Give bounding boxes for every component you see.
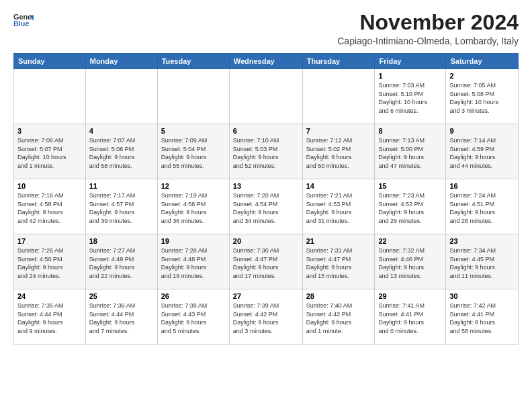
calendar-cell: 12Sunrise: 7:19 AM Sunset: 4:56 PM Dayli…: [157, 179, 229, 234]
calendar-week-row: 10Sunrise: 7:16 AM Sunset: 4:58 PM Dayli…: [14, 179, 519, 234]
day-info: Sunrise: 7:21 AM Sunset: 4:53 PM Dayligh…: [306, 191, 371, 225]
day-info: Sunrise: 7:13 AM Sunset: 5:00 PM Dayligh…: [378, 136, 442, 170]
calendar-cell: 14Sunrise: 7:21 AM Sunset: 4:53 PM Dayli…: [302, 179, 375, 234]
day-info: Sunrise: 7:09 AM Sunset: 5:04 PM Dayligh…: [161, 136, 226, 170]
day-info: Sunrise: 7:07 AM Sunset: 5:06 PM Dayligh…: [89, 136, 154, 170]
calendar-cell: 19Sunrise: 7:28 AM Sunset: 4:48 PM Dayli…: [157, 234, 229, 289]
calendar-cell: 22Sunrise: 7:32 AM Sunset: 4:46 PM Dayli…: [375, 234, 446, 289]
day-info: Sunrise: 7:23 AM Sunset: 4:52 PM Dayligh…: [378, 191, 442, 225]
weekday-header: Monday: [85, 54, 157, 69]
day-number: 9: [449, 127, 515, 135]
day-number: 15: [378, 182, 442, 190]
calendar-cell: 18Sunrise: 7:27 AM Sunset: 4:49 PM Dayli…: [85, 234, 157, 289]
day-number: 23: [449, 237, 515, 245]
day-info: Sunrise: 7:28 AM Sunset: 4:48 PM Dayligh…: [161, 246, 226, 280]
calendar-cell: 15Sunrise: 7:23 AM Sunset: 4:52 PM Dayli…: [375, 179, 446, 234]
day-number: 29: [378, 292, 442, 300]
day-number: 25: [89, 292, 154, 300]
day-info: Sunrise: 7:32 AM Sunset: 4:46 PM Dayligh…: [378, 246, 442, 280]
svg-text:Blue: Blue: [13, 19, 29, 28]
day-number: 11: [89, 182, 154, 190]
day-number: 10: [17, 182, 82, 190]
day-number: 24: [17, 292, 82, 300]
weekday-header: Tuesday: [157, 54, 229, 69]
weekday-header: Friday: [375, 54, 446, 69]
day-info: Sunrise: 7:12 AM Sunset: 5:02 PM Dayligh…: [306, 136, 371, 170]
day-number: 7: [306, 127, 371, 135]
day-info: Sunrise: 7:42 AM Sunset: 4:41 PM Dayligh…: [449, 302, 515, 335]
day-info: Sunrise: 7:17 AM Sunset: 4:57 PM Dayligh…: [89, 191, 154, 225]
calendar-cell: 10Sunrise: 7:16 AM Sunset: 4:58 PM Dayli…: [14, 179, 86, 234]
day-number: 14: [306, 182, 371, 190]
calendar-cell: 8Sunrise: 7:13 AM Sunset: 5:00 PM Daylig…: [375, 124, 446, 179]
month-title: November 2024: [337, 11, 519, 34]
day-info: Sunrise: 7:16 AM Sunset: 4:58 PM Dayligh…: [17, 191, 82, 225]
day-info: Sunrise: 7:27 AM Sunset: 4:49 PM Dayligh…: [89, 246, 154, 280]
calendar-table: SundayMondayTuesdayWednesdayThursdayFrid…: [13, 53, 519, 345]
day-info: Sunrise: 7:20 AM Sunset: 4:54 PM Dayligh…: [233, 191, 299, 225]
calendar-cell: 3Sunrise: 7:06 AM Sunset: 5:07 PM Daylig…: [14, 124, 86, 179]
day-info: Sunrise: 7:39 AM Sunset: 4:42 PM Dayligh…: [233, 302, 299, 335]
day-number: 22: [378, 237, 442, 245]
day-info: Sunrise: 7:30 AM Sunset: 4:47 PM Dayligh…: [233, 246, 299, 280]
day-number: 18: [89, 237, 154, 245]
calendar-cell: 13Sunrise: 7:20 AM Sunset: 4:54 PM Dayli…: [229, 179, 302, 234]
calendar-cell: [302, 69, 375, 124]
calendar-cell: 30Sunrise: 7:42 AM Sunset: 4:41 PM Dayli…: [446, 289, 519, 345]
day-number: 8: [378, 127, 442, 135]
day-info: Sunrise: 7:41 AM Sunset: 4:41 PM Dayligh…: [378, 302, 442, 335]
header: General Blue November 2024 Capiago-Intim…: [13, 11, 519, 46]
day-info: Sunrise: 7:06 AM Sunset: 5:07 PM Dayligh…: [17, 136, 82, 170]
day-number: 21: [306, 237, 371, 245]
calendar-header-row: SundayMondayTuesdayWednesdayThursdayFrid…: [14, 54, 519, 69]
calendar-week-row: 1Sunrise: 7:03 AM Sunset: 5:10 PM Daylig…: [14, 69, 519, 124]
day-number: 2: [449, 72, 515, 80]
calendar-cell: 28Sunrise: 7:40 AM Sunset: 4:42 PM Dayli…: [302, 289, 375, 345]
day-number: 30: [449, 292, 515, 300]
day-number: 19: [161, 237, 226, 245]
day-info: Sunrise: 7:10 AM Sunset: 5:03 PM Dayligh…: [233, 136, 299, 170]
day-number: 6: [233, 127, 299, 135]
page: General Blue November 2024 Capiago-Intim…: [0, 0, 532, 411]
day-info: Sunrise: 7:03 AM Sunset: 5:10 PM Dayligh…: [378, 81, 442, 115]
day-info: Sunrise: 7:05 AM Sunset: 5:08 PM Dayligh…: [449, 81, 515, 115]
calendar-cell: 11Sunrise: 7:17 AM Sunset: 4:57 PM Dayli…: [85, 179, 157, 234]
day-info: Sunrise: 7:14 AM Sunset: 4:59 PM Dayligh…: [449, 136, 515, 170]
calendar-cell: 4Sunrise: 7:07 AM Sunset: 5:06 PM Daylig…: [85, 124, 157, 179]
day-info: Sunrise: 7:38 AM Sunset: 4:43 PM Dayligh…: [161, 302, 226, 335]
calendar-week-row: 3Sunrise: 7:06 AM Sunset: 5:07 PM Daylig…: [14, 124, 519, 179]
calendar-cell: 17Sunrise: 7:26 AM Sunset: 4:50 PM Dayli…: [14, 234, 86, 289]
day-number: 17: [17, 237, 82, 245]
calendar-cell: 9Sunrise: 7:14 AM Sunset: 4:59 PM Daylig…: [446, 124, 519, 179]
day-number: 1: [378, 72, 442, 80]
day-number: 16: [449, 182, 515, 190]
day-number: 26: [161, 292, 226, 300]
calendar-cell: 24Sunrise: 7:35 AM Sunset: 4:44 PM Dayli…: [14, 289, 86, 345]
day-number: 12: [161, 182, 226, 190]
calendar-cell: 5Sunrise: 7:09 AM Sunset: 5:04 PM Daylig…: [157, 124, 229, 179]
day-info: Sunrise: 7:36 AM Sunset: 4:44 PM Dayligh…: [89, 302, 154, 335]
calendar-cell: 23Sunrise: 7:34 AM Sunset: 4:45 PM Dayli…: [446, 234, 519, 289]
day-number: 3: [17, 127, 82, 135]
day-info: Sunrise: 7:40 AM Sunset: 4:42 PM Dayligh…: [306, 302, 371, 335]
day-number: 4: [89, 127, 154, 135]
calendar-cell: 1Sunrise: 7:03 AM Sunset: 5:10 PM Daylig…: [375, 69, 446, 124]
calendar-cell: 27Sunrise: 7:39 AM Sunset: 4:42 PM Dayli…: [229, 289, 302, 345]
calendar-cell: 21Sunrise: 7:31 AM Sunset: 4:47 PM Dayli…: [302, 234, 375, 289]
calendar-cell: [85, 69, 157, 124]
calendar-cell: 6Sunrise: 7:10 AM Sunset: 5:03 PM Daylig…: [229, 124, 302, 179]
weekday-header: Saturday: [446, 54, 519, 69]
calendar-cell: 25Sunrise: 7:36 AM Sunset: 4:44 PM Dayli…: [85, 289, 157, 345]
calendar-week-row: 17Sunrise: 7:26 AM Sunset: 4:50 PM Dayli…: [14, 234, 519, 289]
logo-icon: General Blue: [13, 11, 34, 31]
weekday-header: Thursday: [302, 54, 375, 69]
day-number: 5: [161, 127, 226, 135]
day-number: 27: [233, 292, 299, 300]
day-number: 28: [306, 292, 371, 300]
logo: General Blue: [13, 11, 34, 31]
calendar-cell: 7Sunrise: 7:12 AM Sunset: 5:02 PM Daylig…: [302, 124, 375, 179]
calendar-cell: 29Sunrise: 7:41 AM Sunset: 4:41 PM Dayli…: [375, 289, 446, 345]
calendar-cell: 26Sunrise: 7:38 AM Sunset: 4:43 PM Dayli…: [157, 289, 229, 345]
day-number: 13: [233, 182, 299, 190]
day-info: Sunrise: 7:26 AM Sunset: 4:50 PM Dayligh…: [17, 246, 82, 280]
